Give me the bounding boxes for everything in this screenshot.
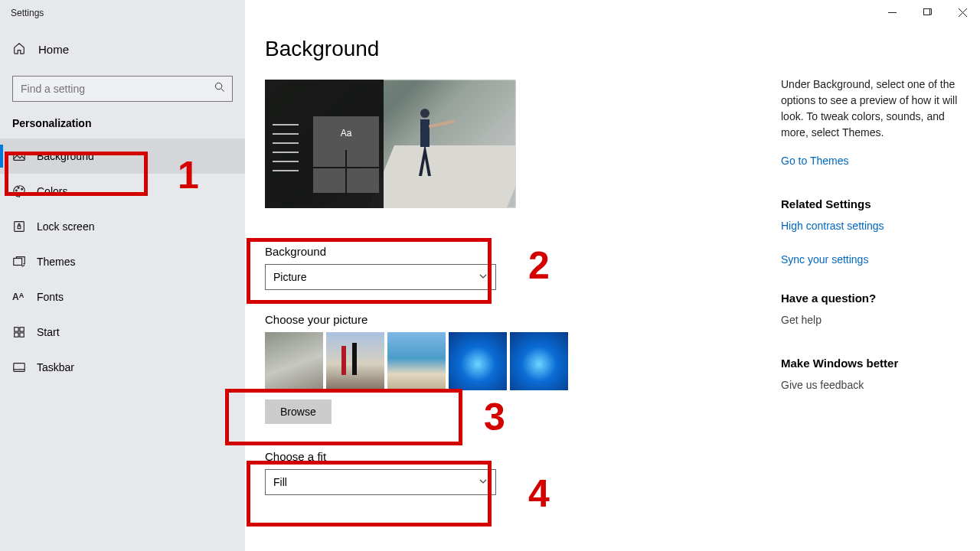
svg-rect-7	[14, 259, 22, 266]
sidebar-item-label: Fonts	[37, 291, 64, 303]
minimize-button[interactable]	[874, 0, 910, 24]
picture-thumbnails	[265, 332, 776, 390]
palette-icon	[12, 184, 37, 198]
fit-dropdown-value: Fill	[273, 476, 287, 488]
browse-button[interactable]: Browse	[265, 399, 332, 424]
picture-thumb[interactable]	[265, 332, 323, 390]
sidebar-item-taskbar[interactable]: Taskbar	[0, 350, 245, 385]
chevron-down-icon	[479, 477, 488, 488]
svg-rect-13	[923, 8, 929, 15]
sidebar-item-label: Colors	[37, 185, 67, 197]
background-dropdown[interactable]: Picture	[265, 264, 496, 290]
category-header: Personalization	[0, 117, 245, 139]
fit-dropdown[interactable]: Fill	[265, 469, 496, 495]
sidebar-item-label: Start	[37, 326, 60, 338]
sidebar-item-background[interactable]: Background	[0, 139, 245, 174]
desktop-preview: Aa	[265, 80, 516, 208]
sidebar-item-themes[interactable]: Themes	[0, 244, 245, 279]
picture-icon	[12, 149, 37, 163]
get-help-link[interactable]: Get help	[781, 314, 960, 326]
svg-point-3	[18, 187, 19, 189]
window-controls	[874, 0, 980, 24]
sidebar-item-colors[interactable]: Colors	[0, 174, 245, 209]
picture-thumb[interactable]	[510, 332, 568, 390]
picture-thumb[interactable]	[326, 332, 384, 390]
svg-rect-5	[15, 222, 24, 232]
picture-thumb[interactable]	[449, 332, 507, 390]
main-content: Background Aa Background Picture Choose …	[245, 0, 776, 551]
question-heading: Have a question?	[781, 292, 960, 305]
page-title: Background	[265, 37, 776, 61]
svg-rect-12	[14, 364, 24, 372]
chevron-down-icon	[479, 272, 488, 283]
sidebar-item-label: Themes	[37, 256, 76, 268]
background-label: Background	[265, 245, 776, 258]
picture-thumb[interactable]	[387, 332, 446, 390]
svg-rect-9	[20, 328, 24, 331]
choose-picture-label: Choose your picture	[265, 313, 776, 326]
sidebar-item-lockscreen[interactable]: Lock screen	[0, 209, 245, 244]
svg-rect-1	[14, 152, 24, 161]
go-to-themes-link[interactable]: Go to Themes	[781, 155, 960, 167]
fonts-icon: AA	[12, 292, 37, 302]
help-text: Under Background, select one of the opti…	[781, 77, 960, 141]
lockscreen-icon	[12, 220, 37, 233]
sidebar-item-label: Background	[37, 150, 94, 162]
svg-rect-8	[15, 328, 18, 331]
related-settings-heading: Related Settings	[781, 197, 960, 210]
themes-icon	[12, 255, 37, 269]
sidebar: Settings Home Personalization Background	[0, 0, 245, 551]
choose-fit-label: Choose a fit	[265, 450, 776, 463]
sidebar-item-label: Taskbar	[37, 361, 74, 373]
sync-settings-link[interactable]: Sync your settings	[781, 253, 960, 266]
right-pane: Under Background, select one of the opti…	[776, 0, 980, 551]
maximize-button[interactable]	[910, 0, 945, 24]
svg-rect-6	[18, 226, 21, 229]
search-input[interactable]	[12, 76, 233, 102]
background-dropdown-value: Picture	[273, 271, 307, 283]
start-icon	[12, 325, 37, 339]
close-button[interactable]	[945, 0, 980, 24]
svg-point-4	[21, 188, 23, 190]
sidebar-item-label: Lock screen	[37, 220, 94, 233]
search-icon	[214, 82, 225, 95]
taskbar-icon	[12, 360, 37, 374]
home-label: Home	[38, 43, 69, 56]
window-title: Settings	[0, 0, 245, 18]
sidebar-item-start[interactable]: Start	[0, 315, 245, 350]
svg-point-2	[16, 190, 18, 191]
give-feedback-link[interactable]: Give us feedback	[781, 379, 960, 391]
home-icon	[12, 41, 26, 57]
make-better-heading: Make Windows better	[781, 357, 960, 370]
svg-point-0	[215, 83, 221, 89]
svg-rect-10	[15, 333, 18, 337]
home-button[interactable]: Home	[0, 18, 245, 76]
svg-rect-11	[20, 333, 24, 337]
sidebar-item-fonts[interactable]: AA Fonts	[0, 279, 245, 315]
high-contrast-link[interactable]: High contrast settings	[781, 220, 960, 232]
